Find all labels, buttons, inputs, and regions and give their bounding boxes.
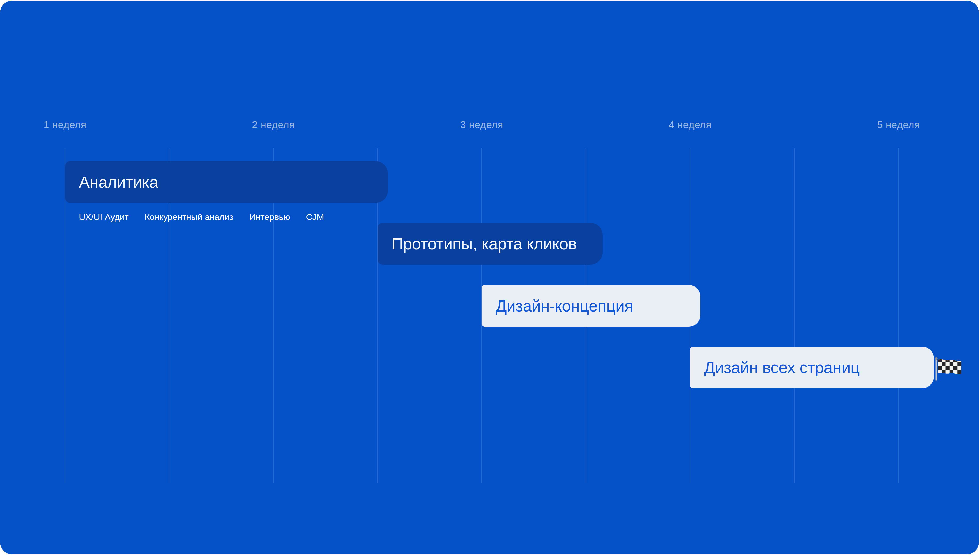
- subtask-label: UX/UI Аудит: [79, 212, 129, 222]
- task-label: Аналитика: [79, 173, 158, 191]
- gridline: [898, 148, 899, 483]
- task-bar-prototypes: Прототипы, карта кликов: [378, 223, 603, 265]
- subtask-label: CJM: [306, 212, 324, 222]
- task-bar-design-concept: Дизайн-концепция: [482, 285, 700, 327]
- task-bar-design-all-pages: Дизайн всех страниц: [690, 347, 934, 388]
- week-label-4: 4 неделя: [638, 119, 742, 130]
- analytics-subtasks: UX/UI Аудит Конкурентный анализ Интервью…: [79, 212, 324, 222]
- task-bar-analytics: Аналитика: [65, 161, 388, 203]
- timeline-canvas: 1 неделя 2 неделя 3 неделя 4 неделя 5 не…: [0, 0, 979, 554]
- week-label-1: 1 неделя: [13, 119, 117, 130]
- week-label-5: 5 неделя: [847, 119, 950, 130]
- checkered-flag-icon: [931, 357, 967, 382]
- subtask-label: Конкурентный анализ: [145, 212, 233, 222]
- task-label: Дизайн-концепция: [496, 296, 633, 315]
- week-label-3: 3 неделя: [430, 119, 533, 130]
- task-label: Дизайн всех страниц: [704, 358, 860, 377]
- gridline: [794, 148, 794, 483]
- subtask-label: Интервью: [249, 212, 290, 222]
- week-label-2: 2 неделя: [222, 119, 325, 130]
- task-label: Прототипы, карта кликов: [391, 235, 577, 253]
